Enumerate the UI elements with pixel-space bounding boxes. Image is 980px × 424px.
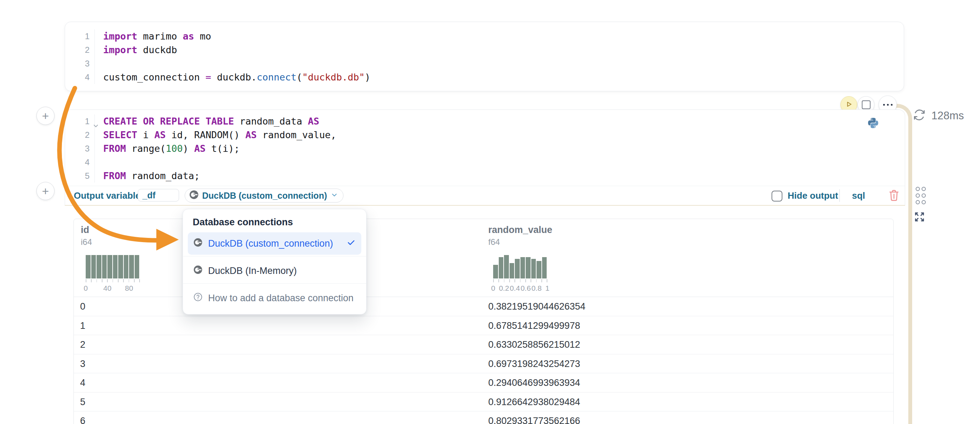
code-line: FROM range(100) AS t(i); [103,142,905,155]
histogram-bar [536,261,541,279]
histogram-bar [135,255,140,279]
cell-random-value: 0.6330258856215012 [488,340,580,350]
sql-editor[interactable]: 12345 CREATE OR REPLACE TABLE random_dat… [65,110,905,183]
cell-random-value: 0.2940646993963934 [488,378,580,388]
line-number: 5 [65,169,94,183]
drag-handle-icon[interactable] [916,187,924,204]
code-line: FROM random_data; [103,169,905,183]
code-line: SELECT i AS id, RANDOM() AS random_value… [103,128,905,142]
line-number: 1 [65,29,94,43]
cell-id-value: 5 [80,397,85,408]
histogram-bar [118,255,123,279]
histogram-axis-labels: 00.20.40.60.81 [493,284,547,292]
rerun-icon[interactable] [913,108,926,123]
menu-header: Database connections [193,217,293,228]
line-number: 3 [65,57,94,70]
cell-id-value: 6 [80,416,85,424]
column-dtype: f64 [488,237,500,247]
add-cell-button-above[interactable]: + [37,107,54,125]
line-number: 3 [65,142,94,155]
code-line: import marimo as mo [103,29,904,43]
cell-id-value: 1 [80,320,85,331]
menu-item-label: How to add a database connection [208,293,356,304]
database-connections-menu: Database connections DuckDB (custom_conn… [183,209,366,314]
expand-output-button[interactable] [913,210,926,224]
menu-item-label: DuckDB (custom_connection) [208,238,341,249]
cell-id-value: 4 [80,378,85,388]
histogram-bars [493,255,547,279]
cell-id-value: 0 [80,301,85,312]
histogram-bar [129,255,134,279]
cell-random-value: 0.8029331773562166 [488,416,580,424]
line-number: 2 [65,43,94,57]
histogram-bar [499,257,504,279]
column-name: id [81,225,89,236]
menu-divider [183,256,366,257]
table-row[interactable]: 20.6330258856215012 [74,335,893,354]
cell-language-badge[interactable]: sql [852,190,865,201]
line-number: 4 [65,155,94,169]
hide-output-label[interactable]: Hide output [788,190,838,201]
output-variable-input[interactable] [138,189,179,201]
cell-random-value: 0.6973198243254273 [488,359,580,370]
histogram-axis-labels: 04080 [86,284,140,292]
output-variable-bar: Output variable: DuckDB (custom_connecti… [65,186,905,205]
play-icon [844,100,853,110]
menu-item-label: DuckDB (In-Memory) [208,266,356,276]
cell-random-value: 0.38219519044626354 [488,301,585,312]
code-cell-sql[interactable]: 12345 CREATE OR REPLACE TABLE random_dat… [65,110,905,206]
histogram-bar [107,255,112,279]
histogram-bar [526,257,531,279]
table-body: 00.3821951904462635410.67851412994999782… [74,297,893,424]
cell-id-value: 2 [80,340,85,350]
divider [839,189,840,202]
add-cell-button-below[interactable]: + [37,182,54,200]
sql-line-numbers: 12345 [65,115,95,183]
connection-dropdown-label: DuckDB (custom_connection) [202,191,327,201]
table-row[interactable]: 60.8029331773562166 [74,411,893,424]
line-number: 1 [65,115,94,128]
runtime-text: 128ms [931,110,964,122]
code-cell-python[interactable]: 1234 import marimo as moimport duckdb cu… [65,22,904,91]
python-logo-icon[interactable] [867,117,879,131]
histogram-bar [520,257,525,279]
histogram-ticks [86,279,140,282]
histogram-bar [515,259,520,279]
hide-output-checkbox[interactable] [772,191,783,201]
duckdb-icon [189,190,199,201]
duckdb-icon [193,265,202,277]
cell-random-value: 0.9126642938029484 [488,397,580,408]
histogram-bar [504,255,509,279]
histogram-bar [509,263,514,279]
menu-item-duckdb-in-memory-[interactable]: DuckDB (In-Memory) [188,258,361,284]
histogram-bar [97,255,102,279]
notebook-page: 1234 import marimo as moimport duckdb cu… [0,0,980,424]
column-name: random_value [488,225,552,236]
code-line: import duckdb [103,43,904,57]
cell-random-value: 0.6785141299499978 [488,320,580,331]
table-row[interactable]: 50.9126642938029484 [74,392,893,412]
histogram-bar [542,257,547,279]
trash-icon [888,189,900,201]
sql-code[interactable]: CREATE OR REPLACE TABLE random_data ASSE… [95,115,905,183]
line-number: 2 [65,128,94,142]
code-line: custom_connection = duckdb.connect("duck… [103,70,904,84]
menu-item-how-to-add-a-database-connection[interactable]: How to add a database connection [188,285,361,311]
histogram-bar [531,259,536,279]
cell-id-value: 3 [80,359,85,370]
table-row[interactable]: 40.2940646993963934 [74,373,893,392]
table-row[interactable]: 30.6973198243254273 [74,354,893,374]
menu-item-duckdb-custom-connection-[interactable]: DuckDB (custom_connection) [188,232,361,255]
line-number: 4 [65,70,94,84]
duckdb-icon [193,238,202,249]
histogram-bar [124,255,129,279]
histogram-ticks [493,279,547,282]
python-code[interactable]: import marimo as moimport duckdb custom_… [95,29,904,84]
delete-cell-button[interactable] [888,189,900,202]
maximize-icon [913,210,926,223]
python-line-numbers: 1234 [65,29,95,84]
connection-dropdown-button[interactable]: DuckDB (custom_connection) [185,188,344,202]
python-editor[interactable]: 1234 import marimo as moimport duckdb cu… [65,22,904,84]
help-icon [193,292,202,304]
table-row[interactable]: 10.6785141299499978 [74,316,893,335]
